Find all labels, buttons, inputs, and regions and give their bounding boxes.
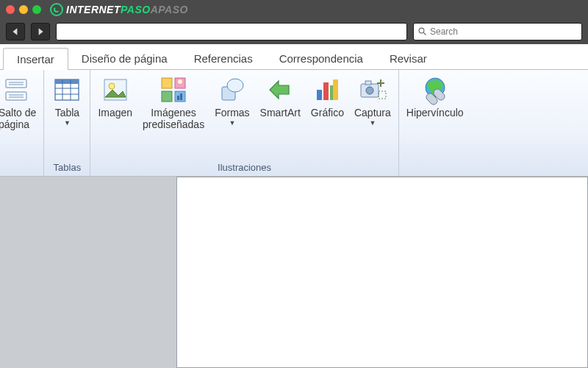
table-label: Tabla: [55, 107, 79, 118]
arrow-left-icon: [11, 27, 20, 36]
window-close-icon[interactable]: [6, 5, 15, 14]
svg-rect-22: [180, 93, 182, 100]
forward-button[interactable]: [31, 23, 50, 40]
image-button[interactable]: Imagen: [95, 73, 135, 120]
clipart-label: Imágenes prediseñadas: [143, 107, 204, 130]
svg-line-1: [424, 33, 426, 35]
page-break-button[interactable]: Salto de página: [0, 73, 39, 132]
svg-point-30: [366, 87, 373, 94]
screenshot-label: Captura: [354, 107, 391, 118]
group-ilustraciones-label: Ilustraciones: [95, 160, 393, 176]
clipart-icon: [158, 74, 189, 105]
tab-diseno-pagina[interactable]: Diseño de página: [68, 48, 181, 69]
svg-rect-16: [162, 78, 172, 88]
shapes-icon: [217, 74, 248, 105]
svg-rect-21: [177, 96, 179, 100]
tab-referencias[interactable]: Referencias: [181, 48, 266, 69]
group-ilustraciones: Imagen Imágenes prediseñadas: [90, 70, 398, 176]
svg-point-24: [227, 79, 243, 92]
logo-icon: [50, 3, 63, 16]
svg-point-18: [178, 79, 182, 84]
site-logo: INTERNETPASOAPASO: [50, 3, 188, 16]
table-icon: [51, 74, 82, 105]
tab-revisar[interactable]: Revisar: [376, 48, 440, 69]
svg-rect-26: [323, 82, 329, 100]
shapes-label: Formas: [215, 107, 249, 118]
group-tablas: Tabla ▼ Tablas: [44, 70, 90, 176]
ribbon-body: Salto de página Tabla: [0, 69, 588, 177]
logo-text: INTERNETPASOAPASO: [66, 4, 188, 15]
svg-rect-9: [55, 79, 79, 84]
svg-rect-28: [333, 79, 338, 100]
dropdown-icon: ▼: [229, 119, 235, 127]
browser-titlebar: INTERNETPASOAPASO: [0, 0, 588, 19]
search-placeholder: Search: [430, 26, 458, 37]
table-button[interactable]: Tabla ▼: [49, 73, 85, 128]
arrow-right-icon: [36, 27, 45, 36]
left-gutter: [0, 177, 176, 368]
svg-rect-19: [162, 91, 172, 102]
smartart-label: SmartArt: [260, 107, 301, 118]
search-icon: [418, 27, 427, 36]
window-maximize-icon[interactable]: [32, 5, 41, 14]
shapes-button[interactable]: Formas ▼: [212, 73, 252, 128]
screenshot-icon: [357, 74, 388, 105]
hyperlink-icon: [420, 74, 451, 105]
back-button[interactable]: [6, 23, 25, 40]
ribbon: Insertar Diseño de página Referencias Co…: [0, 44, 588, 177]
svg-rect-3: [6, 92, 26, 100]
page-break-icon: [2, 74, 33, 105]
browser-toolbar: Search: [0, 19, 588, 44]
svg-point-15: [109, 83, 115, 89]
image-icon: [100, 74, 131, 105]
image-label: Imagen: [98, 107, 132, 118]
svg-rect-34: [379, 91, 386, 99]
page-break-label: Salto de página: [0, 107, 36, 130]
group-paginas: Salto de página: [0, 70, 44, 176]
ribbon-tabs: Insertar Diseño de página Referencias Co…: [0, 44, 588, 69]
smartart-button[interactable]: SmartArt: [257, 73, 304, 120]
clipart-button[interactable]: Imágenes prediseñadas: [140, 73, 207, 132]
tab-correspondencia[interactable]: Correspondencia: [266, 48, 376, 69]
group-tablas-label: Tablas: [49, 160, 85, 176]
document-area: [0, 177, 588, 368]
dropdown-icon: ▼: [369, 119, 376, 127]
chart-label: Gráfico: [311, 107, 344, 118]
chart-button[interactable]: Gráfico: [308, 73, 347, 120]
smartart-icon: [265, 74, 295, 105]
svg-point-0: [419, 28, 424, 33]
screenshot-button[interactable]: Captura ▼: [351, 73, 394, 128]
tab-insertar[interactable]: Insertar: [3, 48, 68, 70]
search-box[interactable]: Search: [413, 23, 582, 40]
hyperlink-button[interactable]: Hipervínculo: [404, 73, 467, 120]
group-vinculos: Hipervínculo: [399, 70, 471, 176]
svg-rect-31: [365, 81, 371, 85]
chart-icon: [312, 74, 343, 105]
address-bar[interactable]: [56, 23, 407, 40]
document-page[interactable]: [176, 177, 588, 368]
window-minimize-icon[interactable]: [19, 5, 28, 14]
hyperlink-label: Hipervínculo: [406, 107, 464, 118]
svg-rect-2: [6, 79, 26, 88]
dropdown-icon: ▼: [64, 119, 71, 127]
group-vinculos-label: [404, 160, 467, 176]
svg-rect-25: [317, 90, 322, 100]
group-paginas-label: [0, 160, 39, 176]
